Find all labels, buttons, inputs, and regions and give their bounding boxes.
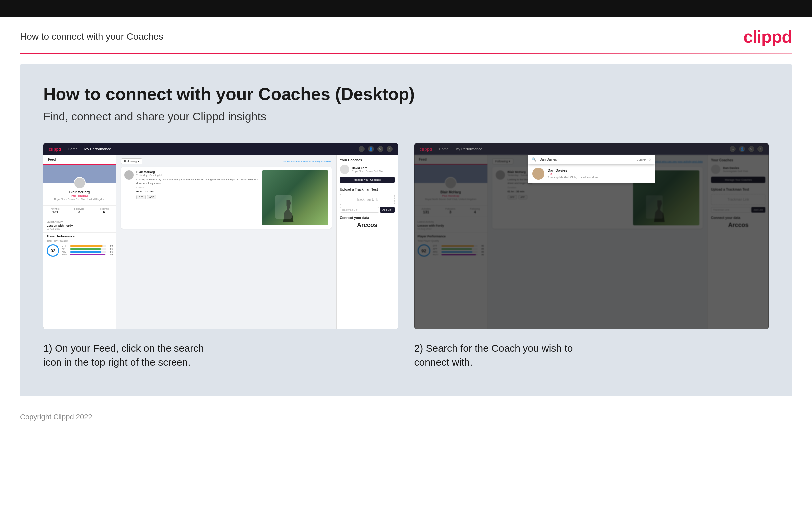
- trackman-link-box: Trackman Link: [340, 194, 394, 205]
- followers-value: 3: [75, 210, 85, 214]
- coach-avatar: [340, 165, 349, 174]
- coach-info: David Ford Royal North Devon Golf Club: [352, 166, 384, 173]
- mock-nav-icons-2: ⌕ 👤 ⚙ ○: [729, 146, 763, 152]
- profile-stats: Activities 131 Followers 3 Following 4: [43, 205, 116, 216]
- settings-icon-2[interactable]: ⚙: [748, 146, 754, 152]
- add-link-button[interactable]: Add Link: [380, 207, 394, 213]
- mock-middle-1: Following ▾ Control who can see your act…: [116, 155, 336, 329]
- profile-name: Blair McHarg: [47, 190, 113, 194]
- following-label: Following: [99, 208, 109, 210]
- post-duration: 01 hr : 30 min: [136, 190, 259, 193]
- activities-label: Activities: [51, 208, 60, 210]
- search-close-button[interactable]: ×: [649, 157, 652, 162]
- post-avatar: [124, 170, 134, 180]
- bar-ott: OTT 90: [62, 245, 113, 247]
- search-icon[interactable]: ⌕: [359, 146, 365, 152]
- post-author: Blair McHarg: [136, 170, 259, 174]
- app-button[interactable]: APP: [147, 195, 156, 199]
- result-role: Pro: [548, 172, 598, 176]
- result-club: Sunningdale Golf Club, United Kingdom: [548, 176, 598, 179]
- user-icon-2[interactable]: 👤: [739, 146, 745, 152]
- mock-nav-home: Home: [68, 147, 78, 151]
- copyright-text: Copyright Clippd 2022: [20, 413, 92, 421]
- panel-1: clippd Home My Performance ⌕ 👤 ⚙ ○ Feed: [43, 143, 398, 369]
- search-query[interactable]: Dan Davies: [538, 157, 636, 162]
- bar-app: APP 85: [62, 248, 113, 250]
- search-bar: 🔍 Dan Davies CLEAR ×: [528, 155, 655, 164]
- search-icon-2[interactable]: ⌕: [729, 146, 735, 152]
- activity-title: Lesson with Fordy: [43, 224, 116, 227]
- result-name: Dan Davies: [548, 168, 598, 172]
- followers-label: Followers: [75, 208, 85, 210]
- mock-screen-2: clippd Home My Performance ⌕ 👤 ⚙ ○ Feed: [415, 143, 769, 329]
- avatar-icon[interactable]: ○: [387, 146, 392, 152]
- following-value: 4: [99, 210, 109, 214]
- perf-bars: OTT 90 APP 85: [62, 245, 113, 256]
- arccos-brand: Arccos: [340, 221, 394, 228]
- activities-value: 131: [51, 210, 60, 214]
- mock-feed-1: Feed Blair McHarg Plus Handicap Royal No…: [43, 155, 116, 329]
- post-buttons: OFF APP: [136, 195, 259, 199]
- manage-coaches-button[interactable]: Manage Your Coaches: [340, 177, 394, 183]
- post-text: Looking to feel like my hands are exitin…: [136, 178, 259, 185]
- screenshots-row: clippd Home My Performance ⌕ 👤 ⚙ ○ Feed: [43, 143, 769, 369]
- off-button[interactable]: OFF: [136, 195, 146, 199]
- coach-item: David Ford Royal North Devon Golf Club: [340, 165, 394, 174]
- result-avatar: [532, 168, 544, 180]
- stat-following: Following 4: [99, 208, 109, 214]
- feed-tab: Feed: [43, 155, 116, 165]
- top-bar: [0, 0, 812, 17]
- result-info: Dan Davies Pro Sunningdale Golf Club, Un…: [548, 168, 598, 179]
- coach-name: David Ford: [352, 166, 384, 170]
- mock-nav-performance-2: My Performance: [456, 147, 482, 151]
- mock-logo-2: clippd: [420, 147, 432, 152]
- mock-nav-performance: My Performance: [85, 147, 111, 151]
- connect-title: Connect your data: [340, 216, 394, 220]
- search-clear-button[interactable]: CLEAR: [636, 158, 647, 161]
- control-link[interactable]: Control who can see your activity and da…: [282, 160, 332, 163]
- mock-nav-1: clippd Home My Performance ⌕ 👤 ⚙ ○: [43, 143, 398, 155]
- perf-subtitle: Total Player Quality: [47, 239, 113, 242]
- section-subheading: Find, connect and share your Clippd insi…: [43, 110, 769, 123]
- search-magnifier-icon: 🔍: [532, 157, 536, 162]
- stat-activities: Activities 131: [51, 208, 60, 214]
- mock-nav-icons-1: ⌕ 👤 ⚙ ○: [359, 146, 392, 152]
- trackman-title: Upload a Trackman Test: [340, 187, 394, 191]
- trackman-input-row: Trackman Link Add Link: [340, 207, 394, 213]
- profile-subtitle: Plus Handicap: [47, 194, 113, 197]
- mock-body-1: Feed Blair McHarg Plus Handicap Royal No…: [43, 155, 398, 329]
- clippd-logo: clippd: [743, 27, 792, 47]
- activity-date: 03 Aug 2022: [43, 227, 116, 232]
- page-title: How to connect with your Coaches: [20, 31, 163, 42]
- score-row: 92 OTT 90 APP: [47, 244, 113, 257]
- post-content: Blair McHarg Yesterday · Sunningdale Loo…: [136, 170, 259, 225]
- stat-followers: Followers 3: [75, 208, 85, 214]
- mock-screen-1: clippd Home My Performance ⌕ 👤 ⚙ ○ Feed: [43, 143, 398, 329]
- score-circle: 92: [47, 244, 59, 257]
- search-overlay: 🔍 Dan Davies CLEAR × Dan Davies Pro Sunn…: [415, 155, 769, 329]
- performance-section: Player Performance Total Player Quality …: [43, 232, 116, 259]
- mock-right-1: Your Coaches David Ford Royal North Devo…: [336, 155, 398, 329]
- post-image: [262, 170, 328, 225]
- search-result-item[interactable]: Dan Davies Pro Sunningdale Golf Club, Un…: [528, 164, 655, 183]
- profile-banner: [43, 165, 116, 183]
- section-heading: How to connect with your Coaches (Deskto…: [43, 84, 769, 104]
- trackman-input[interactable]: Trackman Link: [340, 207, 379, 213]
- following-button[interactable]: Following ▾: [121, 158, 142, 164]
- coach-club: Royal North Devon Golf Club: [352, 170, 384, 173]
- caption-1: 1) On your Feed, click on the searchicon…: [43, 341, 398, 369]
- golfer-figure: [282, 200, 295, 222]
- trackman-placeholder: Trackman Link: [356, 198, 378, 201]
- settings-icon[interactable]: ⚙: [377, 146, 383, 152]
- main-content: How to connect with your Coaches (Deskto…: [20, 64, 792, 396]
- avatar-icon-2[interactable]: ○: [758, 146, 763, 152]
- perf-title: Player Performance: [47, 235, 113, 238]
- user-icon[interactable]: 👤: [368, 146, 374, 152]
- following-row: Following ▾ Control who can see your act…: [121, 158, 332, 164]
- coaches-title: Your Coaches: [340, 158, 394, 162]
- footer: Copyright Clippd 2022: [0, 406, 812, 431]
- panel-2: clippd Home My Performance ⌕ 👤 ⚙ ○ Feed: [415, 143, 769, 369]
- feed-post: Blair McHarg Yesterday · Sunningdale Loo…: [121, 167, 332, 228]
- activity-label: Latest Activity: [43, 218, 116, 224]
- bar-arg: ARG 86: [62, 251, 113, 253]
